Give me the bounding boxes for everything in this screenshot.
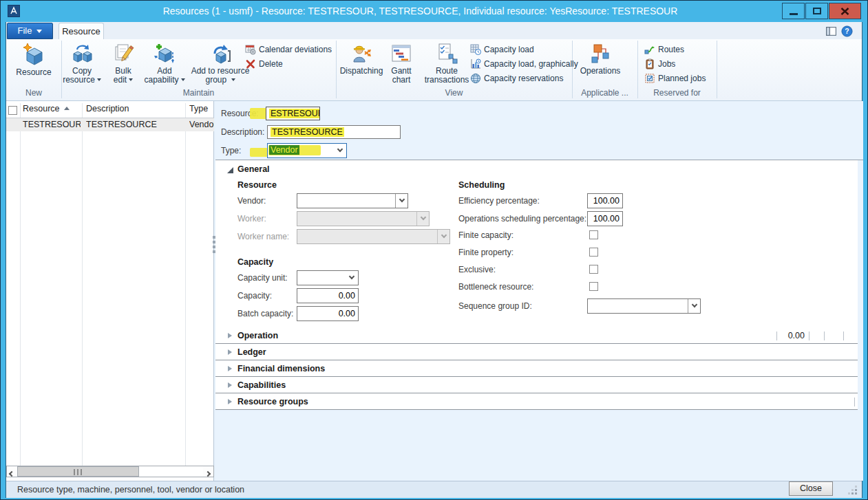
fasttab-resource-groups-title: Resource groups [237, 397, 308, 406]
operations-button[interactable]: Operations [579, 41, 622, 76]
finite-property-label: Finite property: [458, 248, 514, 257]
gantt-chart-icon [390, 43, 412, 65]
client-area: File Resource ? Resource New [6, 22, 862, 498]
jobs-clipboard-icon [644, 58, 655, 69]
maximize-button[interactable] [805, 3, 828, 19]
add-capability-button[interactable]: Add capability [141, 41, 188, 85]
add-to-resource-group-label2: group [205, 75, 226, 85]
capacity-field[interactable]: 0.00 [297, 288, 359, 303]
new-resource-button[interactable]: Resource [12, 41, 56, 77]
fasttab-capabilities[interactable]: Capabilities [215, 378, 858, 393]
select-all-checkbox[interactable] [8, 106, 17, 115]
gantt-chart-button[interactable]: Gantt chart [385, 41, 417, 85]
column-header-resource[interactable]: Resource [23, 104, 82, 118]
efficiency-percentage-label: Efficiency percentage: [458, 196, 540, 206]
bar-chart-clock-icon [470, 58, 481, 69]
route-transactions-button[interactable]: Route transactions [418, 41, 476, 85]
file-menu-caret-icon [36, 30, 42, 33]
combo-arrow-cell[interactable] [334, 144, 346, 157]
add-to-resource-group-icon [209, 43, 231, 65]
finite-property-checkbox[interactable] [589, 248, 598, 257]
delete-button[interactable]: Delete [245, 58, 283, 71]
scrollbar-thumb[interactable] [17, 466, 139, 477]
fasttab-operation[interactable]: Operation 0.00 [215, 328, 858, 344]
resize-grip-icon[interactable] [848, 486, 858, 495]
fasttab-general-header[interactable]: General [237, 164, 270, 174]
fasttab-ledger[interactable]: Ledger [215, 345, 858, 360]
combo-arrow-cell[interactable] [395, 194, 407, 208]
scroll-left-button[interactable] [7, 466, 17, 477]
fasttab-financial-dimensions[interactable]: Financial dimensions [215, 361, 858, 377]
collapsed-icon [228, 382, 232, 388]
delete-x-icon [245, 58, 256, 69]
dispatching-label: Dispatching [340, 66, 383, 76]
cell-resource: TESTRESOUR [23, 120, 81, 129]
capacity-reservations-label: Capacity reservations [484, 74, 563, 83]
scroll-right-button[interactable] [203, 466, 213, 477]
fasttab-resource-groups[interactable]: Resource groups [215, 394, 858, 410]
combo-arrow-cell[interactable] [346, 271, 358, 285]
chevron-down-icon [349, 274, 354, 279]
sequence-group-id-combobox[interactable] [587, 298, 701, 314]
operations-scheduling-percentage-field[interactable]: 100.00 [587, 211, 623, 226]
globe-icon [470, 73, 481, 84]
close-button[interactable]: Close [789, 481, 833, 496]
description-field[interactable]: TESTRESOURCE [267, 125, 401, 139]
jobs-button[interactable]: Jobs [644, 58, 675, 71]
column-header-description-label: Description [86, 104, 129, 113]
section-scheduling-header: Scheduling [458, 180, 505, 190]
table-row[interactable]: TESTRESOUR TESTRESOURCE Vendor [6, 118, 214, 131]
planned-jobs-button[interactable]: Planned jobs [644, 73, 706, 85]
help-icon[interactable]: ? [841, 25, 853, 37]
add-capability-icon [154, 43, 176, 65]
copy-resource-button[interactable]: Copy resource [59, 41, 105, 85]
sort-ascending-icon [64, 107, 70, 110]
vendor-label: Vendor: [237, 196, 266, 206]
capacity-reservations-button[interactable]: Capacity reservations [470, 73, 563, 85]
combo-arrow-cell [416, 212, 429, 226]
horizontal-scrollbar[interactable] [6, 466, 214, 477]
minimize-button[interactable] [782, 3, 805, 19]
scroll-right-icon [205, 471, 211, 477]
section-capacity-header: Capacity [237, 257, 273, 267]
column-header-description[interactable]: Description [86, 104, 182, 118]
layout-icon[interactable] [825, 25, 837, 37]
column-divider [82, 103, 83, 466]
fasttab-financial-dimensions-title: Financial dimensions [237, 364, 325, 373]
routes-button[interactable]: Routes [644, 44, 684, 56]
close-icon [840, 8, 849, 15]
column-header-type[interactable]: Type [189, 104, 214, 118]
group-label-view: View [336, 88, 572, 98]
group-label-applicable: Applicable ... [572, 88, 637, 98]
svg-text:?: ? [845, 28, 849, 35]
exclusive-checkbox[interactable] [589, 265, 598, 274]
capacity-load-button[interactable]: Capacity load [470, 44, 534, 56]
file-menu-button[interactable]: File [7, 23, 53, 39]
batch-capacity-label: Batch capacity: [237, 309, 293, 318]
batch-capacity-field[interactable]: 0.00 [297, 306, 359, 321]
capacity-load-graphically-button[interactable]: Capacity load, graphically [470, 58, 578, 71]
capacity-load-icon [470, 44, 481, 55]
capacity-unit-combobox[interactable] [297, 270, 359, 285]
dispatching-button[interactable]: Dispatching [339, 41, 384, 76]
finite-capacity-checkbox[interactable] [589, 230, 598, 239]
calendar-deviations-button[interactable]: Calendar deviations [245, 44, 332, 56]
add-to-resource-group-button[interactable]: Add to resource group [188, 41, 253, 85]
collapsed-icon [228, 349, 232, 355]
vendor-combobox[interactable] [297, 193, 408, 208]
group-label-new: New [12, 88, 56, 98]
thumb-grip-icon [74, 469, 83, 475]
tab-resource[interactable]: Resource [59, 23, 104, 40]
efficiency-percentage-field[interactable]: 100.00 [587, 193, 623, 208]
close-window-button[interactable] [829, 3, 861, 19]
bulk-edit-button[interactable]: Bulk edit [107, 41, 140, 85]
new-resource-label: Resource [16, 67, 51, 77]
add-capability-label2: capability [144, 75, 178, 85]
summary-divider [824, 331, 825, 340]
bulk-edit-label2: edit [114, 75, 127, 85]
bottleneck-resource-checkbox[interactable] [589, 282, 598, 291]
dropdown-icon [181, 78, 185, 81]
resource-field[interactable]: ESTRESOUR [266, 107, 320, 120]
combo-arrow-cell[interactable] [688, 299, 700, 313]
type-combobox[interactable]: Vendor [267, 143, 347, 158]
